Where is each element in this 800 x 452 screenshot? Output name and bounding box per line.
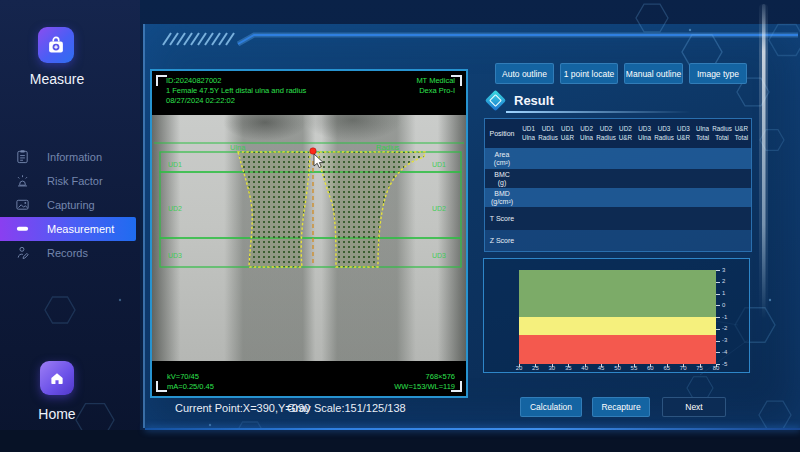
chart-plot bbox=[519, 270, 716, 364]
device-name: MT Medical bbox=[416, 76, 455, 86]
resolution-value: 768×576 bbox=[394, 372, 455, 382]
result-underline bbox=[506, 111, 691, 113]
image-header-left: ID:20240827002 1 Female 47.5Y Left dista… bbox=[166, 76, 306, 106]
calculation-button[interactable]: Calculation bbox=[520, 397, 582, 417]
label-radius: Radius bbox=[376, 143, 400, 152]
row-label: BMC(g) bbox=[485, 171, 519, 187]
label-ud1-left: UD1 bbox=[168, 161, 182, 168]
result-table: PositionUD1UlnaUD1RadiusUD1U&RUD2UlnaUD2… bbox=[484, 118, 752, 252]
chart-band-middle-band bbox=[519, 317, 716, 335]
y-tick-label: -2 bbox=[722, 325, 727, 331]
1-point-locate-button[interactable]: 1 point locate bbox=[560, 63, 618, 84]
column-header-ud2-ulna: UD2Ulna bbox=[577, 125, 596, 142]
x-tick-label: 25 bbox=[529, 365, 541, 371]
gray-scale-readout: Gray Scale:151/125/138 bbox=[287, 402, 406, 414]
capture-datetime: 08/27/2024 02:22:02 bbox=[166, 96, 306, 106]
image-footer-left: kV=70/45 mA=0.25/0.45 bbox=[167, 372, 214, 392]
image-viewer: Ulna Radius UD1 UD1 UD2 UD2 UD3 UD3 ID:2… bbox=[150, 69, 468, 398]
result-row-z-score: Z Score bbox=[485, 230, 751, 251]
y-tick-label: -3 bbox=[722, 337, 727, 343]
x-tick-label: 45 bbox=[595, 365, 607, 371]
column-header-ud2-u-r: UD2U&R bbox=[616, 125, 635, 142]
next-button[interactable]: Next bbox=[662, 397, 726, 417]
y-tick-mark bbox=[716, 341, 720, 342]
image-footer-right: 768×576 WW=153/WL=119 bbox=[394, 372, 455, 392]
ma-value: mA=0.25/0.45 bbox=[167, 382, 214, 392]
y-tick-label: 3 bbox=[722, 267, 725, 273]
y-tick-mark bbox=[716, 329, 720, 330]
footer-glow-line bbox=[145, 428, 800, 430]
kv-value: kV=70/45 bbox=[167, 372, 214, 382]
manual-outline-button[interactable]: Manual outline bbox=[624, 63, 683, 84]
bone-region-radius bbox=[318, 152, 425, 267]
column-header-ud1-u-r: UD1U&R bbox=[558, 125, 577, 142]
y-tick-label: 0 bbox=[722, 302, 725, 308]
label-ud2-right: UD2 bbox=[432, 205, 446, 212]
image-header-right: MT Medical Dexa Pro-I bbox=[416, 76, 455, 96]
row-label: BMD(g/cm²) bbox=[485, 190, 519, 206]
row-label: T Score bbox=[485, 215, 519, 223]
column-header-ud3-u-r: UD3U&R bbox=[674, 125, 693, 142]
position-header: Position bbox=[485, 130, 519, 137]
x-tick-label: 30 bbox=[546, 365, 558, 371]
label-ud2-left: UD2 bbox=[168, 205, 182, 212]
x-tick-label: 60 bbox=[644, 365, 656, 371]
x-tick-label: 20 bbox=[513, 365, 525, 371]
recapture-button[interactable]: Recapture bbox=[592, 397, 650, 417]
column-header-u-r-total: U&RTotal bbox=[732, 125, 751, 142]
chart-band-lower-band bbox=[519, 335, 716, 364]
column-header-ud1-ulna: UD1Ulna bbox=[519, 125, 538, 142]
column-header-ud1-radius: UD1Radius bbox=[538, 125, 558, 142]
result-row-area: Area(cm²) bbox=[485, 148, 751, 169]
y-tick-label: -5 bbox=[722, 361, 727, 367]
y-tick-label: 2 bbox=[722, 278, 725, 284]
x-tick-label: 80 bbox=[710, 365, 722, 371]
x-tick-label: 55 bbox=[628, 365, 640, 371]
x-tick-label: 40 bbox=[579, 365, 591, 371]
x-tick-label: 70 bbox=[677, 365, 689, 371]
corner-bracket-bottom-left bbox=[156, 381, 167, 392]
y-tick-label: 1 bbox=[722, 290, 725, 296]
tscore-chart-panel: 3210-1-2-3-4-520253035404550556065707580 bbox=[483, 258, 750, 373]
column-header-ulna-total: UlnaTotal bbox=[693, 125, 712, 142]
x-tick-label: 65 bbox=[661, 365, 673, 371]
result-table-header-row: PositionUD1UlnaUD1RadiusUD1U&RUD2UlnaUD2… bbox=[485, 119, 751, 148]
bone-region-ulna bbox=[238, 152, 310, 267]
y-tick-mark bbox=[716, 352, 720, 353]
chart-band-upper-band bbox=[519, 270, 716, 317]
y-tick-mark bbox=[716, 282, 720, 283]
column-header-ud3-ulna: UD3Ulna bbox=[635, 125, 654, 142]
image-type-button[interactable]: Image type bbox=[689, 63, 747, 84]
label-ulna: Ulna bbox=[230, 143, 246, 152]
x-tick-label: 35 bbox=[562, 365, 574, 371]
roi-box-ud2[interactable] bbox=[160, 172, 461, 238]
label-ud1-right: UD1 bbox=[432, 161, 446, 168]
y-tick-mark bbox=[716, 305, 720, 306]
patient-id: ID:20240827002 bbox=[166, 76, 306, 86]
row-label: Area(cm²) bbox=[485, 151, 519, 167]
annotation-overlay: Ulna Radius UD1 UD1 UD2 UD2 UD3 UD3 bbox=[152, 115, 466, 361]
result-row-bmc: BMC(g) bbox=[485, 169, 751, 188]
window-level-value: WW=153/WL=119 bbox=[394, 382, 455, 392]
footer-bar bbox=[0, 430, 800, 452]
x-tick-label: 75 bbox=[694, 365, 706, 371]
diamond-icon bbox=[485, 90, 506, 111]
result-row-t-score: T Score bbox=[485, 207, 751, 230]
auto-outline-button[interactable]: Auto outline bbox=[495, 63, 554, 84]
result-row-bmd: BMD(g/cm²) bbox=[485, 188, 751, 207]
y-tick-mark bbox=[716, 317, 720, 318]
y-tick-mark bbox=[716, 294, 720, 295]
column-header-ud2-radius: UD2Radius bbox=[596, 125, 616, 142]
label-ud3-left: UD3 bbox=[168, 252, 182, 259]
locate-point-marker bbox=[310, 148, 316, 154]
roi-box-ud3[interactable] bbox=[160, 238, 461, 267]
column-header-radius-total: RadiusTotal bbox=[712, 125, 732, 142]
result-section-title: Result bbox=[514, 93, 554, 108]
label-ud3-right: UD3 bbox=[432, 252, 446, 259]
x-tick-label: 50 bbox=[612, 365, 624, 371]
row-label: Z Score bbox=[485, 237, 519, 245]
device-model: Dexa Pro-I bbox=[416, 86, 455, 96]
y-tick-label: -4 bbox=[722, 349, 727, 355]
column-header-ud3-radius: UD3Radius bbox=[654, 125, 674, 142]
patient-info: 1 Female 47.5Y Left distal ulna and radi… bbox=[166, 86, 306, 96]
